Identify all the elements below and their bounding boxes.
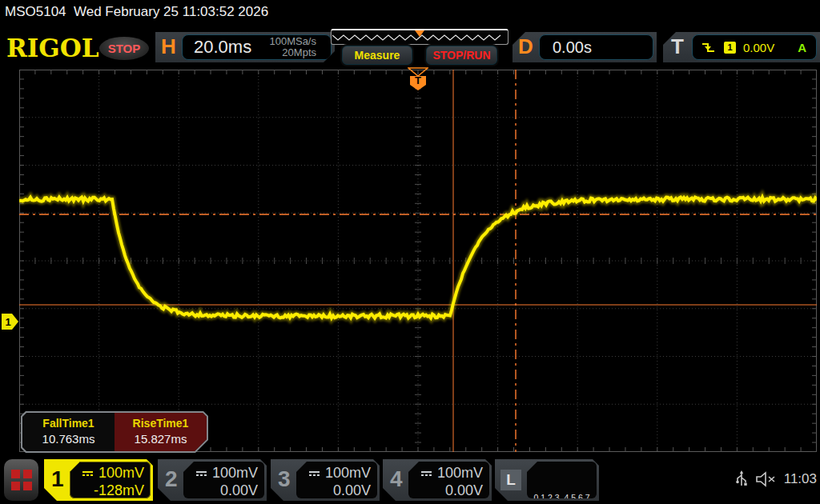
measurement-falltime[interactable]: FallTime1 10.763ms bbox=[22, 413, 115, 451]
horizontal-label: H bbox=[161, 34, 176, 59]
dc-coupling-icon bbox=[309, 471, 320, 476]
channel-offset: 0.00V bbox=[421, 482, 483, 499]
menu-grid-button[interactable] bbox=[4, 459, 38, 501]
falling-edge-icon bbox=[701, 41, 717, 54]
menu-grid-icon bbox=[11, 470, 20, 478]
stop-run-button[interactable]: STOP/RUN bbox=[426, 46, 497, 65]
menu-grid-icon bbox=[11, 482, 20, 490]
channel-number: 1 bbox=[51, 466, 64, 492]
menu-grid-icon bbox=[23, 470, 32, 478]
measurement-risetime[interactable]: RiseTime1 15.827ms bbox=[115, 413, 207, 451]
trigger-source-badge: 1 bbox=[724, 42, 736, 54]
status-clock: 11:03 bbox=[784, 471, 817, 487]
channel-1-marker-icon[interactable]: 1 bbox=[2, 314, 19, 330]
dc-coupling-icon bbox=[196, 471, 207, 476]
svg-text:T: T bbox=[415, 74, 421, 86]
svg-text:1: 1 bbox=[5, 316, 10, 328]
horizontal-settings-box[interactable]: H 20.0ms 100MSa/s 20Mpts bbox=[155, 32, 335, 62]
trigger-label: T bbox=[671, 34, 684, 59]
channel-offset: 0.00V bbox=[309, 482, 371, 499]
dc-coupling-icon bbox=[82, 471, 93, 476]
delay-settings-box[interactable]: D 0.00s bbox=[512, 32, 657, 62]
memory-depth: 20Mpts bbox=[269, 47, 316, 58]
measurement-value: 15.827ms bbox=[115, 432, 207, 446]
channel-1-box[interactable]: 1 100mV -128mV bbox=[44, 459, 153, 501]
titlebar: MSO5104 Wed February 25 11:03:52 2026 bbox=[0, 0, 820, 24]
channel-scale: 100mV bbox=[212, 465, 258, 482]
channel-scale: 100mV bbox=[325, 465, 371, 482]
trigger-position-indicator-icon[interactable] bbox=[415, 30, 424, 37]
timebase-value: 20.0ms bbox=[183, 37, 269, 58]
usb-icon bbox=[736, 470, 747, 488]
measurement-panel: FallTime1 10.763ms RiseTime1 15.827ms bbox=[21, 411, 208, 453]
logic-channels-row1: 0 1 2 3 4 5 6 7 bbox=[527, 492, 597, 504]
logic-channels-box[interactable]: L 0 1 2 3 4 5 6 7 8 9 1011 12131415 bbox=[495, 459, 599, 501]
oscilloscope-screen: MSO5104 Wed February 25 11:03:52 2026 RI… bbox=[0, 0, 820, 504]
channel-2-box[interactable]: 2 100mV 0.00V bbox=[158, 459, 267, 501]
delay-value: 0.00s bbox=[540, 38, 592, 57]
channel-offset: -128mV bbox=[82, 482, 144, 499]
trigger-level-value: 0.00V bbox=[743, 41, 790, 54]
channel-scale: 100mV bbox=[98, 465, 144, 482]
rigol-logo: RIGOL bbox=[6, 34, 99, 62]
waveform-display-area[interactable] bbox=[19, 70, 817, 452]
measure-button[interactable]: Measure bbox=[342, 46, 412, 65]
channel-number: 2 bbox=[165, 466, 178, 492]
memory-overview-bar[interactable] bbox=[331, 29, 508, 45]
channel-scale: 100mV bbox=[437, 465, 483, 482]
channel-number: 3 bbox=[278, 466, 291, 492]
channel-3-box[interactable]: 3 100mV 0.00V bbox=[271, 459, 380, 501]
delay-label: D bbox=[518, 34, 533, 59]
channel-4-box[interactable]: 4 100mV 0.00V bbox=[383, 459, 492, 501]
speaker-muted-icon[interactable] bbox=[755, 471, 776, 487]
trigger-mode: A bbox=[798, 41, 808, 54]
run-state-badge: STOP bbox=[99, 37, 149, 60]
model-and-datetime: MSO5104 Wed February 25 11:03:52 2026 bbox=[5, 4, 268, 20]
measurement-label: FallTime1 bbox=[22, 417, 115, 430]
trigger-marker-icon[interactable]: T bbox=[408, 67, 428, 91]
trigger-settings-box[interactable]: T 1 0.00V A bbox=[663, 32, 820, 62]
dc-coupling-icon bbox=[421, 471, 432, 476]
channel-offset: 0.00V bbox=[196, 482, 258, 499]
sample-rate: 100MSa/s bbox=[269, 36, 316, 47]
measurement-value: 10.763ms bbox=[22, 432, 115, 446]
measurement-label: RiseTime1 bbox=[115, 417, 207, 430]
channel-number: 4 bbox=[390, 466, 403, 492]
menu-grid-icon bbox=[23, 482, 32, 490]
logic-label: L bbox=[500, 470, 521, 490]
